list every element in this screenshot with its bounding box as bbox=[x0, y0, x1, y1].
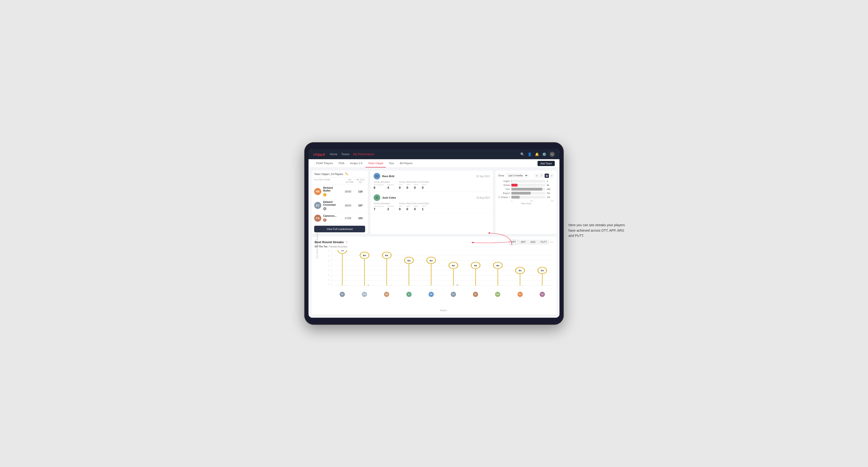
subnav-tour[interactable]: Tour bbox=[386, 159, 397, 167]
player-name: Richard Butler bbox=[323, 186, 340, 192]
panel-header: Team Clippd | 14 Players ✏️ bbox=[311, 170, 368, 178]
filter-app[interactable]: APP bbox=[519, 240, 528, 244]
subnav: PGAT Players PGA Hcaps 1-5 Team Clippd T… bbox=[309, 159, 559, 168]
grid-view-icon[interactable]: ⊞ bbox=[535, 174, 539, 178]
list-view-icon[interactable]: ☰ bbox=[540, 174, 544, 178]
bar-view-icon[interactable]: ▦ bbox=[545, 174, 549, 178]
subnav-hcaps[interactable]: Hcaps 1-5 bbox=[347, 159, 365, 167]
add-team-button[interactable]: Add Team bbox=[537, 161, 555, 166]
settings-view-icon[interactable]: ⊟ bbox=[550, 174, 554, 178]
edit-icon[interactable]: ✏️ bbox=[345, 173, 348, 176]
bar-label: Bogeys bbox=[498, 192, 510, 194]
player-cards-panel: RB Rees Britt 02 Sep 2023 Total Rounds T… bbox=[370, 170, 493, 234]
subnav-team-clippd[interactable]: Team Clippd bbox=[365, 159, 386, 167]
nav-my-performance[interactable]: My Performance bbox=[353, 152, 374, 157]
filter-putt[interactable]: PUTT bbox=[538, 240, 549, 244]
tournament-stat: Tournament 7 bbox=[374, 205, 383, 211]
period-dropdown[interactable]: Last 3 months bbox=[505, 173, 528, 178]
view-leaderboard-button[interactable]: View Full Leaderboard bbox=[314, 226, 365, 232]
nav-home[interactable]: Home bbox=[330, 152, 337, 157]
svg-text:6x: 6x bbox=[363, 254, 366, 256]
bar-value: 311 bbox=[547, 192, 554, 194]
streaks-title: Best Round Streaks ← bbox=[315, 240, 349, 244]
arrow-right-icon: → bbox=[550, 240, 553, 244]
player-name: Edward Crossman bbox=[323, 200, 340, 206]
y-tick-0: 0 bbox=[328, 283, 329, 286]
team-name: Team Clippd bbox=[314, 173, 329, 176]
chart-svg: 7x E. Ewert 6x B. McHerg 6x D. Billing bbox=[331, 250, 553, 286]
app-value: 0 bbox=[406, 186, 410, 189]
ott-stat: OTT 0 bbox=[399, 184, 403, 189]
bar-value: 3 bbox=[547, 180, 554, 182]
y-tick-5: 5 bbox=[328, 260, 329, 262]
bar-row: Bogeys 311 bbox=[498, 192, 554, 195]
practice-stat: Practice 4 bbox=[387, 184, 394, 189]
navbar-actions: 🔍 👤 🔔 ⚙️ U bbox=[520, 152, 555, 157]
bar-label: Eagles bbox=[498, 180, 510, 182]
y-axis-label: Best Streak, Fairway Accuracy bbox=[316, 233, 318, 258]
activities-row: OTT 0 APP 0 ARG bbox=[399, 184, 429, 189]
top-section: Team Clippd | 14 Players ✏️ PLAYER NAME … bbox=[311, 170, 557, 234]
total-rounds-label: Total Rounds bbox=[374, 203, 394, 205]
streaks-header: Best Round Streaks ← OTT APP ARG PUTT → bbox=[315, 240, 553, 244]
tournament-value: 8 bbox=[374, 186, 383, 189]
practice-label: Practice bbox=[387, 184, 394, 186]
player-score: 19/20 bbox=[342, 190, 354, 193]
subnav-pga[interactable]: PGA bbox=[336, 159, 347, 167]
app-stat: APP 0 bbox=[406, 205, 410, 211]
avatar: DF bbox=[473, 292, 478, 297]
bar-row: D. Bogeys + 131 bbox=[498, 196, 554, 198]
filter-arg[interactable]: ARG bbox=[528, 240, 538, 244]
tournament-stat: Tournament 8 bbox=[374, 184, 383, 189]
streaks-filter: OTT APP ARG PUTT → bbox=[509, 240, 553, 244]
player-avatars-row: EE BM DB JC RB EC DF MM RBu CQ bbox=[331, 292, 553, 297]
settings-icon[interactable]: ⚙️ bbox=[542, 152, 546, 156]
y-tick-7: 7 bbox=[328, 250, 329, 252]
rank-badge: 3 bbox=[323, 218, 327, 222]
svg-text:5x: 5x bbox=[407, 259, 411, 261]
bar-value: 96 bbox=[547, 184, 554, 186]
total-rounds-group: Total Rounds Tournament 8 Practice bbox=[374, 181, 394, 189]
user-icon[interactable]: 👤 bbox=[528, 152, 532, 156]
practice-activities-group: Total Practice Activities OTT 0 APP bbox=[399, 181, 429, 189]
rank-badge: 1 bbox=[323, 193, 327, 196]
svg-text:4x: 4x bbox=[474, 264, 477, 267]
card-header: JC Josh Coles 26 Aug 2023 bbox=[374, 194, 490, 201]
bar-track bbox=[512, 188, 545, 191]
bar-label: Birdies bbox=[498, 184, 510, 186]
table-row: CA Cameron... 3 17/20 103 bbox=[311, 213, 368, 224]
navbar: clippd Home Teams My Performance 🔍 👤 🔔 ⚙… bbox=[309, 149, 559, 159]
player-avg: 107 bbox=[356, 204, 365, 207]
bar-track bbox=[512, 184, 545, 187]
avatar: CQ bbox=[540, 292, 545, 297]
activities-row: OTT 0 APP 0 ARG bbox=[399, 205, 429, 211]
bar-label: Pars bbox=[498, 188, 510, 190]
svg-text:3x: 3x bbox=[540, 269, 544, 272]
tournament-label: Tournament bbox=[374, 205, 383, 207]
axis-0: 0 bbox=[512, 200, 512, 202]
subnav-all-players[interactable]: All Players bbox=[397, 159, 415, 167]
y-tick-1: 1 bbox=[328, 279, 329, 281]
ott-value: 0 bbox=[399, 186, 403, 189]
nav-teams[interactable]: Teams bbox=[341, 152, 349, 157]
avatar: EC bbox=[451, 292, 456, 297]
putt-value: 0 bbox=[422, 186, 427, 189]
axis-400: 400 bbox=[551, 200, 554, 202]
bell-icon[interactable]: 🔔 bbox=[535, 152, 539, 156]
main-content: Team Clippd | 14 Players ✏️ PLAYER NAME … bbox=[309, 168, 559, 318]
bar-value: 499 bbox=[547, 188, 554, 190]
filter-ott[interactable]: OTT bbox=[509, 240, 518, 244]
annotation-text: Here you can see streaks your players ha… bbox=[568, 222, 630, 238]
avatar[interactable]: U bbox=[550, 152, 555, 157]
annotation: Here you can see streaks your players ha… bbox=[568, 222, 630, 238]
y-tick-3: 3 bbox=[328, 269, 329, 271]
total-rounds-label: Total Rounds bbox=[374, 181, 394, 183]
subnav-pgat[interactable]: PGAT Players bbox=[313, 159, 336, 167]
search-icon[interactable]: 🔍 bbox=[520, 152, 524, 156]
ott-label: OTT bbox=[399, 184, 403, 186]
bar-chart: Eagles 3 Birdies bbox=[498, 180, 554, 198]
card-date: 02 Sep 2023 bbox=[476, 175, 490, 178]
practice-value: 2 bbox=[387, 207, 394, 211]
bar-label: D. Bogeys + bbox=[498, 196, 510, 198]
chart-axis: 0 200 400 bbox=[498, 200, 554, 202]
